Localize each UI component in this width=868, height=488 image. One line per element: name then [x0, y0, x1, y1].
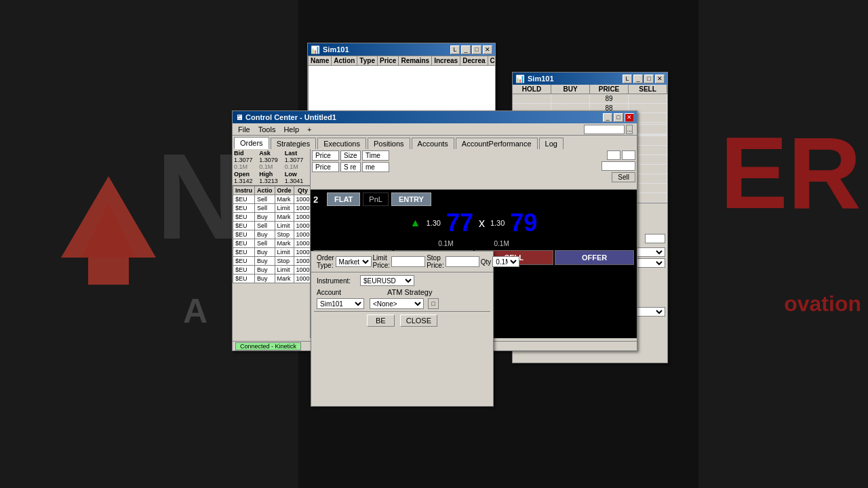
bid-vol: 0.1M [234, 163, 258, 170]
table-row: $EUBuyMark1000 [233, 213, 311, 222]
tools-menu[interactable]: Tools [254, 125, 280, 134]
tab-strategies[interactable]: Strategies [271, 138, 317, 149]
sim101-top-lock-btn[interactable]: L [450, 45, 460, 54]
col-decrea: Decrea [460, 56, 488, 66]
bid-volume: 0.1M [438, 240, 453, 247]
exec-price2-label: Price [312, 162, 339, 172]
open-header: Open [234, 171, 258, 178]
x-separator: x [479, 216, 485, 230]
position-size: 2 [313, 195, 324, 205]
col-price: Price [377, 56, 398, 66]
tab-account-performance[interactable]: AccountPerformance [456, 138, 538, 149]
sim101-right-titlebar: 📊 Sim101 L _ □ ✕ [513, 73, 667, 85]
sim101-top-max-btn[interactable]: □ [472, 45, 481, 54]
cc-tabbar: Orders Strategies Executions Positions A… [233, 136, 637, 149]
limit-price-label: Limit Price: [373, 254, 391, 269]
cc-menubar: File Tools Help + ... [233, 123, 637, 136]
plus-menu[interactable]: + [303, 125, 315, 134]
exec-me-label: me [362, 162, 389, 172]
flat-btn[interactable]: FLAT [327, 192, 360, 206]
exec-price-label: Price [312, 150, 339, 161]
table-row: $EUBuyMark1000 [233, 274, 311, 283]
col-cancel: Cancel [488, 56, 495, 66]
hold-col: HOLD [513, 85, 551, 94]
sim101-right-max-btn[interactable]: □ [644, 75, 654, 83]
order-qty-input[interactable] [645, 234, 665, 243]
connection-status: Connected - Kinetick [235, 342, 301, 350]
col-name: Name [309, 56, 332, 66]
table-row: $EUBuyStop1000 [233, 230, 311, 239]
bid-val: 1.3077 [234, 157, 258, 163]
cc-search-input[interactable] [584, 125, 625, 134]
order-dialog-window: Order Type: Market Limit Stop Limit Pric… [311, 251, 494, 407]
atm-strategy-label-d: ATM Strategy [387, 288, 432, 296]
orde-col: Orde [275, 186, 294, 195]
cc-title: Control Center - Untitled1 [245, 113, 603, 121]
exec-input2[interactable] [622, 150, 635, 160]
tab-log[interactable]: Log [539, 138, 564, 149]
account-select-d[interactable]: Sim101 [317, 298, 364, 309]
last-val: 1.3077 [285, 157, 309, 163]
cc-close-btn[interactable]: ✕ [625, 113, 634, 122]
stop-price-input[interactable] [446, 256, 479, 267]
tab-executions[interactable]: Executions [317, 138, 366, 149]
buy-col: BUY [551, 85, 590, 94]
exec-s-label: S re [340, 162, 361, 172]
sell-col: SELL [629, 85, 667, 94]
instrument-select-d[interactable]: $EURUSD [360, 275, 414, 286]
order-type-label: Order Type: [317, 254, 334, 269]
sim101-top-titlebar: 📊 Sim101 L _ □ ✕ [308, 43, 495, 56]
bid-price: 1.30 [426, 219, 440, 227]
ask-volume: 0.1M [494, 240, 509, 247]
ask-price: 1.30 [490, 219, 505, 227]
exec-time-label: Time [362, 150, 389, 161]
exec-input1[interactable] [607, 150, 620, 160]
help-menu[interactable]: Help [279, 125, 303, 134]
cc-min-btn[interactable]: _ [603, 113, 612, 122]
sim101-right-lock-btn[interactable]: L [623, 75, 632, 83]
tab-positions[interactable]: Positions [368, 138, 410, 149]
table-row: $EUSellLimit1000 [233, 222, 311, 230]
high-header: High [259, 171, 283, 178]
entry-btn[interactable]: ENTRY [391, 192, 431, 206]
sim101-top-title: Sim101 [323, 45, 450, 54]
sim101-right-close-btn[interactable]: ✕ [655, 75, 665, 83]
ask-header: Ask [259, 150, 283, 157]
qty-select[interactable]: 0.1M [492, 256, 519, 267]
pnl-label: PnL [363, 192, 389, 206]
table-row: $EUBuyLimit1000 [233, 248, 311, 257]
be-button[interactable]: BE [367, 314, 395, 327]
table-row: $EUSellLimit10001 [233, 204, 311, 213]
table-row: $EUSellMark1000 [233, 195, 311, 204]
up-arrow-icon: ▲ [410, 217, 421, 229]
sim101-right-min-btn[interactable]: _ [633, 75, 643, 83]
high-val: 1.3213 [259, 178, 283, 184]
file-menu[interactable]: File [234, 125, 254, 134]
table-row: $EUBuyLimit1000 [233, 266, 311, 274]
cc-search-btn[interactable]: ... [626, 125, 633, 134]
limit-price-input[interactable] [391, 256, 425, 267]
order-type-select[interactable]: Market Limit Stop [336, 256, 372, 267]
tab-accounts[interactable]: Accounts [412, 138, 454, 149]
sim101-top-icon: 📊 [311, 45, 320, 54]
exec-size-label: Size [340, 150, 361, 161]
table-row: $EUBuyStop1000 [233, 257, 311, 266]
table-row: $EUSellMark1000 [233, 239, 311, 248]
atm-strategy-select-d[interactable]: <None> [370, 298, 424, 309]
sell-small-btn[interactable]: Sell [612, 172, 635, 182]
offer-action-btn[interactable]: OFFER [555, 250, 634, 265]
close-button[interactable]: CLOSE [400, 314, 437, 327]
ask-val: 1.3079 [259, 157, 283, 163]
cc-max-btn[interactable]: □ [614, 113, 623, 122]
stop-price-label: Stop Price: [427, 254, 444, 269]
sim101-top-min-btn[interactable]: _ [461, 45, 471, 54]
big-bid: 77 [446, 209, 473, 237]
cc-icon: 🖥 [235, 113, 243, 121]
actio-col: Actio [255, 186, 275, 195]
exec-input3[interactable] [601, 161, 635, 171]
atm-dots-btn[interactable]: □ [428, 298, 439, 309]
tab-orders[interactable]: Orders [234, 137, 269, 149]
sim101-right-title: Sim101 [528, 75, 623, 83]
big-ask: 79 [510, 209, 537, 237]
sim101-top-close-btn[interactable]: ✕ [483, 45, 492, 54]
